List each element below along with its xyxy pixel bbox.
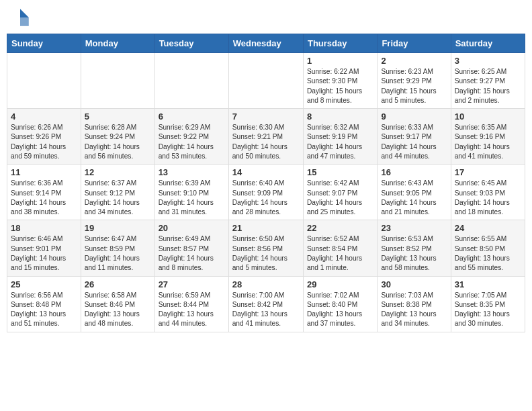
calendar-cell: 15Sunrise: 6:42 AM Sunset: 9:07 PM Dayli… xyxy=(303,165,377,220)
calendar-cell: 23Sunrise: 6:53 AM Sunset: 8:52 PM Dayli… xyxy=(378,220,451,276)
day-number: 20 xyxy=(159,223,225,233)
calendar-week-5: 25Sunrise: 6:56 AM Sunset: 8:48 PM Dayli… xyxy=(7,276,525,332)
calendar-cell: 26Sunrise: 6:58 AM Sunset: 8:46 PM Dayli… xyxy=(81,276,154,332)
day-number: 16 xyxy=(381,167,447,177)
calendar-table: SundayMondayTuesdayWednesdayThursdayFrid… xyxy=(7,34,525,332)
day-info: Sunrise: 6:29 AM Sunset: 9:22 PM Dayligh… xyxy=(159,123,225,161)
page-header xyxy=(7,7,525,28)
logo-icon xyxy=(9,7,31,28)
day-info: Sunrise: 6:55 AM Sunset: 8:50 PM Dayligh… xyxy=(455,234,521,273)
calendar-cell: 20Sunrise: 6:49 AM Sunset: 8:57 PM Dayli… xyxy=(154,220,228,276)
calendar-cell: 8Sunrise: 6:32 AM Sunset: 9:19 PM Daylig… xyxy=(303,109,377,165)
weekday-header-thursday: Thursday xyxy=(303,34,377,53)
calendar-week-3: 11Sunrise: 6:36 AM Sunset: 9:14 PM Dayli… xyxy=(7,165,525,220)
day-info: Sunrise: 7:05 AM Sunset: 8:35 PM Dayligh… xyxy=(455,291,521,329)
day-info: Sunrise: 6:46 AM Sunset: 9:01 PM Dayligh… xyxy=(11,234,77,273)
calendar-cell: 4Sunrise: 6:26 AM Sunset: 9:26 PM Daylig… xyxy=(7,109,81,165)
calendar-cell: 29Sunrise: 7:02 AM Sunset: 8:40 PM Dayli… xyxy=(303,276,377,332)
calendar-cell: 13Sunrise: 6:39 AM Sunset: 9:10 PM Dayli… xyxy=(154,165,228,220)
day-info: Sunrise: 6:37 AM Sunset: 9:12 PM Dayligh… xyxy=(85,179,151,217)
calendar-cell: 16Sunrise: 6:43 AM Sunset: 9:05 PM Dayli… xyxy=(378,165,451,220)
calendar-cell xyxy=(154,53,228,109)
day-number: 19 xyxy=(85,223,151,233)
calendar-week-4: 18Sunrise: 6:46 AM Sunset: 9:01 PM Dayli… xyxy=(7,220,525,276)
weekday-header-sunday: Sunday xyxy=(7,34,81,53)
day-number: 15 xyxy=(307,167,373,177)
day-info: Sunrise: 6:47 AM Sunset: 8:59 PM Dayligh… xyxy=(85,234,151,273)
day-number: 18 xyxy=(11,223,77,233)
day-number: 7 xyxy=(232,111,300,122)
calendar-cell xyxy=(228,53,303,109)
day-number: 12 xyxy=(85,167,151,177)
calendar-week-2: 4Sunrise: 6:26 AM Sunset: 9:26 PM Daylig… xyxy=(7,109,525,165)
weekday-header-monday: Monday xyxy=(81,34,154,53)
day-info: Sunrise: 6:58 AM Sunset: 8:46 PM Dayligh… xyxy=(85,291,151,329)
day-info: Sunrise: 6:25 AM Sunset: 9:27 PM Dayligh… xyxy=(455,67,521,105)
day-info: Sunrise: 6:32 AM Sunset: 9:19 PM Dayligh… xyxy=(307,123,373,161)
calendar-cell: 2Sunrise: 6:23 AM Sunset: 9:29 PM Daylig… xyxy=(378,53,451,109)
calendar-cell: 25Sunrise: 6:56 AM Sunset: 8:48 PM Dayli… xyxy=(7,276,81,332)
day-info: Sunrise: 6:50 AM Sunset: 8:56 PM Dayligh… xyxy=(232,234,300,273)
day-number: 17 xyxy=(455,167,521,177)
weekday-header-wednesday: Wednesday xyxy=(228,34,303,53)
day-info: Sunrise: 6:22 AM Sunset: 9:30 PM Dayligh… xyxy=(307,67,373,105)
day-number: 6 xyxy=(159,111,225,122)
day-info: Sunrise: 6:40 AM Sunset: 9:09 PM Dayligh… xyxy=(232,179,300,217)
weekday-header-friday: Friday xyxy=(378,34,451,53)
calendar-cell: 22Sunrise: 6:52 AM Sunset: 8:54 PM Dayli… xyxy=(303,220,377,276)
day-info: Sunrise: 6:49 AM Sunset: 8:57 PM Dayligh… xyxy=(159,234,225,273)
day-number: 4 xyxy=(11,111,77,122)
logo xyxy=(9,7,34,28)
day-info: Sunrise: 6:33 AM Sunset: 9:17 PM Dayligh… xyxy=(381,123,447,161)
day-info: Sunrise: 6:43 AM Sunset: 9:05 PM Dayligh… xyxy=(381,179,447,217)
calendar-header-row: SundayMondayTuesdayWednesdayThursdayFrid… xyxy=(7,34,525,53)
day-number: 1 xyxy=(307,56,373,66)
day-info: Sunrise: 6:35 AM Sunset: 9:16 PM Dayligh… xyxy=(455,123,521,161)
calendar-cell: 27Sunrise: 6:59 AM Sunset: 8:44 PM Dayli… xyxy=(154,276,228,332)
calendar-cell: 21Sunrise: 6:50 AM Sunset: 8:56 PM Dayli… xyxy=(228,220,303,276)
day-info: Sunrise: 7:02 AM Sunset: 8:40 PM Dayligh… xyxy=(307,291,373,329)
day-info: Sunrise: 7:03 AM Sunset: 8:38 PM Dayligh… xyxy=(381,291,447,329)
day-info: Sunrise: 6:56 AM Sunset: 8:48 PM Dayligh… xyxy=(11,291,77,329)
day-number: 3 xyxy=(455,56,521,66)
calendar-cell: 31Sunrise: 7:05 AM Sunset: 8:35 PM Dayli… xyxy=(451,276,525,332)
svg-marker-0 xyxy=(20,9,29,17)
day-number: 31 xyxy=(455,279,521,289)
day-number: 23 xyxy=(381,223,447,233)
day-info: Sunrise: 6:28 AM Sunset: 9:24 PM Dayligh… xyxy=(85,123,151,161)
calendar-cell: 7Sunrise: 6:30 AM Sunset: 9:21 PM Daylig… xyxy=(228,109,303,165)
calendar-cell: 24Sunrise: 6:55 AM Sunset: 8:50 PM Dayli… xyxy=(451,220,525,276)
day-number: 25 xyxy=(11,279,77,289)
day-info: Sunrise: 6:36 AM Sunset: 9:14 PM Dayligh… xyxy=(11,179,77,217)
day-number: 30 xyxy=(381,279,447,289)
calendar-cell: 9Sunrise: 6:33 AM Sunset: 9:17 PM Daylig… xyxy=(378,109,451,165)
calendar-cell: 19Sunrise: 6:47 AM Sunset: 8:59 PM Dayli… xyxy=(81,220,154,276)
calendar-cell: 30Sunrise: 7:03 AM Sunset: 8:38 PM Dayli… xyxy=(378,276,451,332)
day-info: Sunrise: 6:53 AM Sunset: 8:52 PM Dayligh… xyxy=(381,234,447,273)
day-number: 28 xyxy=(232,279,300,289)
day-number: 11 xyxy=(11,167,77,177)
day-info: Sunrise: 6:23 AM Sunset: 9:29 PM Dayligh… xyxy=(381,67,447,105)
day-number: 29 xyxy=(307,279,373,289)
day-number: 2 xyxy=(381,56,447,66)
day-number: 27 xyxy=(159,279,225,289)
calendar-week-1: 1Sunrise: 6:22 AM Sunset: 9:30 PM Daylig… xyxy=(7,53,525,109)
calendar-cell: 3Sunrise: 6:25 AM Sunset: 9:27 PM Daylig… xyxy=(451,53,525,109)
day-number: 13 xyxy=(159,167,225,177)
day-info: Sunrise: 6:52 AM Sunset: 8:54 PM Dayligh… xyxy=(307,234,373,273)
day-number: 9 xyxy=(381,111,447,122)
day-info: Sunrise: 6:26 AM Sunset: 9:26 PM Dayligh… xyxy=(11,123,77,161)
calendar-cell: 11Sunrise: 6:36 AM Sunset: 9:14 PM Dayli… xyxy=(7,165,81,220)
day-number: 22 xyxy=(307,223,373,233)
calendar-cell: 17Sunrise: 6:45 AM Sunset: 9:03 PM Dayli… xyxy=(451,165,525,220)
day-number: 21 xyxy=(232,223,300,233)
calendar-cell xyxy=(81,53,154,109)
day-info: Sunrise: 6:30 AM Sunset: 9:21 PM Dayligh… xyxy=(232,123,300,161)
weekday-header-saturday: Saturday xyxy=(451,34,525,53)
day-info: Sunrise: 6:59 AM Sunset: 8:44 PM Dayligh… xyxy=(159,291,225,329)
calendar-cell: 14Sunrise: 6:40 AM Sunset: 9:09 PM Dayli… xyxy=(228,165,303,220)
day-number: 5 xyxy=(85,111,151,122)
calendar-cell: 6Sunrise: 6:29 AM Sunset: 9:22 PM Daylig… xyxy=(154,109,228,165)
day-number: 14 xyxy=(232,167,300,177)
weekday-header-tuesday: Tuesday xyxy=(154,34,228,53)
